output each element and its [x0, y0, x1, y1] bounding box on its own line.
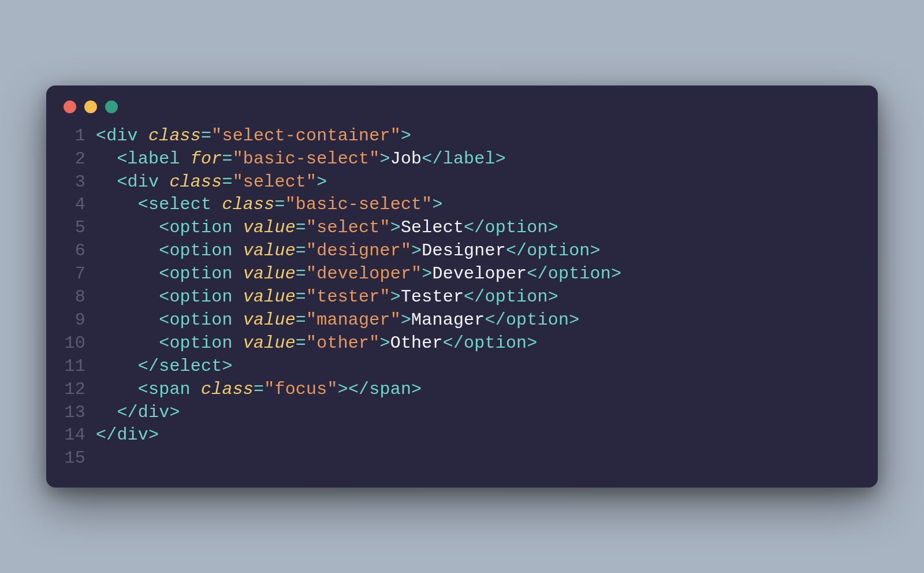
token-attr: for [191, 149, 222, 169]
code-content[interactable]: <span class="focus"></span> [96, 378, 422, 401]
token-eq: = [254, 379, 264, 399]
code-content[interactable]: <option value="other">Other</option> [96, 332, 538, 355]
code-content[interactable]: <option value="manager">Manager</option> [96, 309, 579, 332]
line-number: 5 [64, 217, 96, 240]
token-bracket: > [495, 149, 506, 169]
window-titlebar [46, 85, 878, 119]
code-content[interactable]: <div class="select-container"> [96, 125, 411, 148]
token-eq: = [296, 264, 306, 284]
token-text [233, 218, 243, 237]
token-text: Developer [433, 264, 527, 284]
token-tag: option [527, 241, 590, 261]
line-number: 3 [64, 171, 96, 194]
line-number: 1 [64, 125, 96, 148]
code-line[interactable]: 9 <option value="manager">Manager</optio… [64, 309, 860, 332]
line-number: 11 [64, 355, 96, 378]
code-content[interactable] [96, 447, 106, 470]
token-bracket: > [548, 287, 558, 307]
code-content[interactable]: <option value="designer">Designer</optio… [96, 240, 601, 263]
code-content[interactable]: </select> [96, 355, 233, 378]
token-attr: value [243, 287, 296, 307]
token-bracket: > [379, 333, 390, 353]
line-number: 7 [64, 263, 96, 286]
line-number: 4 [64, 194, 96, 217]
code-line[interactable]: 1<div class="select-container"> [64, 125, 860, 148]
token-bracket: > [548, 218, 558, 237]
code-content[interactable]: </div> [96, 424, 159, 447]
token-eq: = [274, 195, 285, 214]
token-attr: class [222, 195, 274, 214]
token-bracket: > [148, 425, 159, 445]
code-line[interactable]: 3 <div class="select"> [64, 171, 860, 194]
token-tag: option [485, 218, 548, 237]
code-content[interactable]: <label for="basic-select">Job</label> [96, 148, 506, 171]
token-attr: value [243, 333, 296, 353]
token-tag: option [169, 287, 232, 307]
code-line[interactable]: 2 <label for="basic-select">Job</label> [64, 148, 860, 171]
token-eq: = [296, 218, 306, 237]
code-line[interactable]: 8 <option value="tester">Tester</option> [64, 286, 860, 309]
line-number: 6 [64, 240, 96, 263]
code-line[interactable]: 7 <option value="developer">Developer</o… [64, 263, 860, 286]
code-content[interactable]: <select class="basic-select"> [96, 194, 443, 217]
code-line[interactable]: 6 <option value="designer">Designer</opt… [64, 240, 860, 263]
code-area[interactable]: 1<div class="select-container">2 <label … [46, 119, 878, 470]
code-line[interactable]: 10 <option value="other">Other</option> [64, 332, 860, 355]
code-content[interactable]: <option value="tester">Tester</option> [96, 286, 558, 309]
token-bracket: > [411, 379, 422, 399]
zoom-icon[interactable] [105, 101, 118, 113]
token-eq: = [296, 310, 306, 330]
line-number: 9 [64, 309, 96, 332]
close-icon[interactable] [64, 101, 76, 113]
token-bracket: > [611, 264, 621, 284]
code-line[interactable]: 4 <select class="basic-select"> [64, 194, 860, 217]
token-tag: div [128, 172, 159, 192]
code-line[interactable]: 13 </div> [64, 401, 860, 425]
token-bracket: < [117, 172, 127, 192]
token-tag: span [369, 379, 411, 399]
token-bracket: < [138, 195, 148, 214]
code-line[interactable]: 12 <span class="focus"></span> [64, 378, 860, 401]
token-bracket: < [159, 241, 169, 261]
token-str: "select-container" [211, 126, 401, 146]
token-text [233, 287, 243, 307]
token-tag: option [548, 264, 611, 284]
code-line[interactable]: 5 <option value="select">Select</option> [64, 217, 860, 240]
token-bracket: < [159, 310, 169, 330]
token-tag: option [464, 333, 527, 353]
token-eq: = [222, 149, 232, 169]
code-content[interactable]: </div> [96, 401, 180, 425]
token-text [233, 333, 243, 353]
token-tag: option [169, 264, 232, 284]
token-tag: option [169, 333, 232, 353]
token-bracket: > [569, 310, 579, 330]
code-line[interactable]: 15 [64, 447, 860, 470]
token-tag: label [443, 149, 495, 169]
token-attr: class [201, 379, 254, 399]
token-text: Select [401, 218, 464, 237]
token-tag: option [506, 310, 569, 330]
token-bracket: > [411, 241, 422, 261]
minimize-icon[interactable] [84, 101, 97, 113]
token-attr: value [243, 310, 296, 330]
code-line[interactable]: 14</div> [64, 424, 860, 447]
code-content[interactable]: <div class="select"> [96, 171, 327, 194]
token-attr: value [243, 218, 296, 237]
token-tag: div [106, 126, 138, 146]
token-tag: span [148, 379, 191, 399]
code-content[interactable]: <option value="select">Select</option> [96, 217, 558, 240]
token-bracket: > [169, 403, 180, 422]
token-bracket: > [590, 241, 601, 261]
token-str: "manager" [306, 310, 401, 330]
code-line[interactable]: 11 </select> [64, 355, 860, 378]
token-bracket: < [159, 333, 169, 353]
token-str: "select" [306, 218, 390, 237]
token-text: Manager [411, 310, 485, 330]
token-tag: option [169, 310, 232, 330]
token-bracket: < [159, 287, 169, 307]
token-bracket: </ [485, 310, 506, 330]
code-content[interactable]: <option value="developer">Developer</opt… [96, 263, 621, 286]
token-text [191, 379, 201, 399]
token-attr: value [243, 241, 296, 261]
token-bracket: </ [464, 287, 485, 307]
